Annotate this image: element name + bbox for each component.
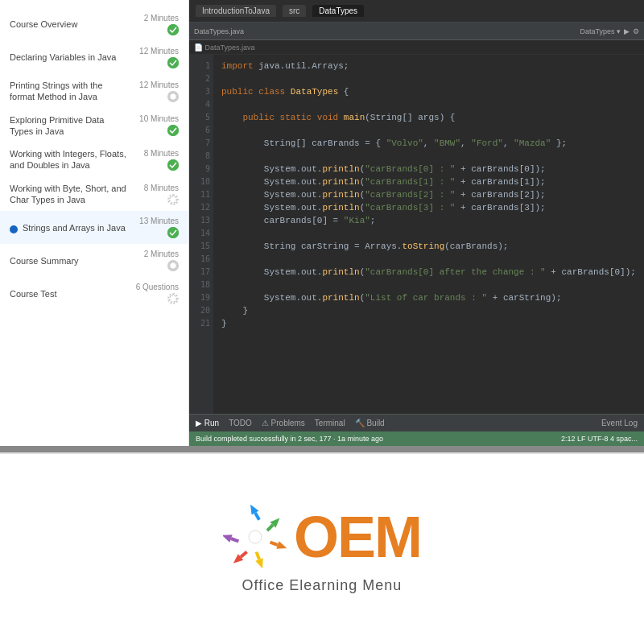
line-num-2: 2 [192,72,210,85]
line-num-13: 13 [192,214,210,227]
ide-breadcrumb: 📄 DataTypes.java [189,40,644,55]
breadcrumb-text: 📄 DataTypes.java [194,43,255,52]
line-num-1: 1 [192,60,210,72]
svg-marker-19 [223,531,233,543]
section-divider [0,446,644,452]
sidebar-item-course-overview[interactable]: Course Overview2 Minutes [0,8,188,41]
sidebar-item-course-test[interactable]: Course Test6 Questions [0,277,188,310]
ide-tab-src[interactable]: src [283,5,306,17]
ide-run-icon[interactable]: ▶ [624,27,630,35]
code-line-10: System.out.println("carBrands[1] : " + c… [221,175,636,188]
svg-marker-13 [276,541,287,552]
sidebar-duration-course-summary: 2 Minutes [144,250,179,258]
svg-point-0 [167,24,179,35]
code-line-14 [221,227,636,240]
sidebar-label-printing-strings: Printing Strings with the format Method … [10,80,126,103]
sidebar-item-working-byte[interactable]: Working with Byte, Short, and Char Types… [0,177,188,212]
code-line-2 [221,72,636,85]
event-log-tab[interactable]: Event Log [601,419,638,427]
line-num-10: 10 [192,175,210,188]
sidebar-item-exploring-primitive[interactable]: Exploring Primitive Data Types in Java10… [0,109,188,143]
code-line-11: System.out.println("carBrands[2] : " + c… [221,188,636,201]
sidebar-item-course-summary[interactable]: Course Summary2 Minutes [0,244,188,277]
svg-point-5 [170,196,177,203]
sidebar-item-working-integers[interactable]: Working with Integers, Floats, and Doubl… [0,142,188,177]
code-line-17: System.out.println("carBrands[0] after t… [221,266,636,279]
code-line-18 [221,279,636,291]
problems-tab[interactable]: ⚠ Problems [262,419,305,427]
ide-tab-intro[interactable]: IntroductionToJava [196,5,276,17]
top-section: Course Overview2 MinutesDeclaring Variab… [0,0,644,446]
status-circle-printing-strings [167,91,179,102]
sidebar-label-course-test: Course Test [10,288,57,299]
code-line-7: String[] carBrands = { "Volvo", "BMW", "… [221,137,636,150]
line-num-6: 6 [192,124,210,137]
svg-rect-16 [255,551,261,560]
svg-rect-20 [230,537,239,543]
svg-point-21 [249,530,262,543]
sidebar-item-declaring-variables[interactable]: Declaring Variables in Java12 Minutes [0,41,188,74]
sidebar-label-working-byte: Working with Byte, Short, and Char Types… [10,183,126,206]
code-line-6 [221,124,636,137]
sidebar-duration-strings-arrays: 13 Minutes [139,217,179,225]
status-circle-strings-arrays [167,227,179,238]
code-text[interactable]: import java.util.Arrays; public class Da… [213,55,644,414]
build-tab[interactable]: 🔨 Build [355,419,385,427]
line-num-16: 16 [192,253,210,266]
code-line-5: public static void main(String[] args) { [221,111,636,124]
svg-point-6 [167,227,179,238]
code-line-12: System.out.println("carBrands[3] : " + c… [221,201,636,214]
ide-bottom-bar: ▶ Run TODO ⚠ Problems Terminal 🔨 Build E… [189,414,644,431]
status-circle-working-byte [167,194,179,205]
line-num-15: 15 [192,240,210,253]
status-circle-course-overview [167,24,179,35]
ide-tabs-bar: IntroductionToJava src DataTypes [189,0,644,23]
run-tab[interactable]: ▶ Run [196,419,219,427]
sidebar-label-course-overview: Course Overview [10,19,77,30]
todo-tab[interactable]: TODO [229,419,252,427]
line-numbers: 1 2 3 4 5 6 7 8 9 10 11 12 13 14 15 16 1 [189,55,213,414]
line-num-18: 18 [192,279,210,291]
ide-dropdown[interactable]: DataTypes ▾ [580,27,621,35]
terminal-tab[interactable]: Terminal [315,419,345,427]
status-position: 2:12 LF UTF-8 4 spac... [561,435,638,443]
code-line-1: import java.util.Arrays; [221,60,636,72]
code-editor[interactable]: 1 2 3 4 5 6 7 8 9 10 11 12 13 14 15 16 1 [189,55,644,414]
code-line-13: carBrands[0] = "Kia"; [221,214,636,227]
logo-area: OEM [223,505,421,569]
code-line-16 [221,253,636,266]
sidebar-label-strings-arrays: Strings and Arrays in Java [23,222,126,233]
sidebar-duration-printing-strings: 12 Minutes [139,80,179,89]
build-status-text: Build completed successfully in 2 sec, 1… [196,435,383,443]
status-circle-course-summary [167,260,179,271]
status-circle-working-integers [167,159,179,171]
ide-toolbar: DataTypes.java DataTypes ▾ ▶ ⚙ [189,23,644,40]
ide-status-bar: Build completed successfully in 2 sec, 1… [189,431,644,446]
sidebar-label-declaring-variables: Declaring Variables in Java [10,52,116,63]
line-num-7: 7 [192,137,210,150]
code-line-21: } [221,317,636,330]
code-line-15: String carString = Arrays.toString(carBr… [221,240,636,253]
code-line-20: } [221,304,636,317]
line-num-17: 17 [192,266,210,279]
line-num-8: 8 [192,150,210,163]
line-num-5: 5 [192,111,210,124]
line-num-19: 19 [192,291,210,304]
code-line-4 [221,98,636,111]
status-circle-declaring-variables [167,57,179,68]
svg-point-1 [167,57,179,68]
sidebar-duration-course-overview: 2 Minutes [144,14,179,23]
svg-point-3 [167,125,179,136]
ide-settings-icon: ⚙ [633,27,639,35]
main-container: Course Overview2 MinutesDeclaring Variab… [0,0,644,644]
ide-file-breadcrumb: DataTypes.java [194,27,244,35]
code-line-8 [221,150,636,163]
tagline: Office Elearning Menu [242,577,402,594]
sidebar-item-printing-strings[interactable]: Printing Strings with the format Method … [0,74,188,109]
line-num-21: 21 [192,317,210,330]
ide-tab-datatypes[interactable]: DataTypes [312,5,364,17]
sidebar-item-strings-arrays[interactable]: Strings and Arrays in Java13 Minutes [0,211,188,244]
svg-point-8 [170,295,177,303]
svg-rect-14 [270,540,279,546]
course-sidebar: Course Overview2 MinutesDeclaring Variab… [0,0,189,446]
